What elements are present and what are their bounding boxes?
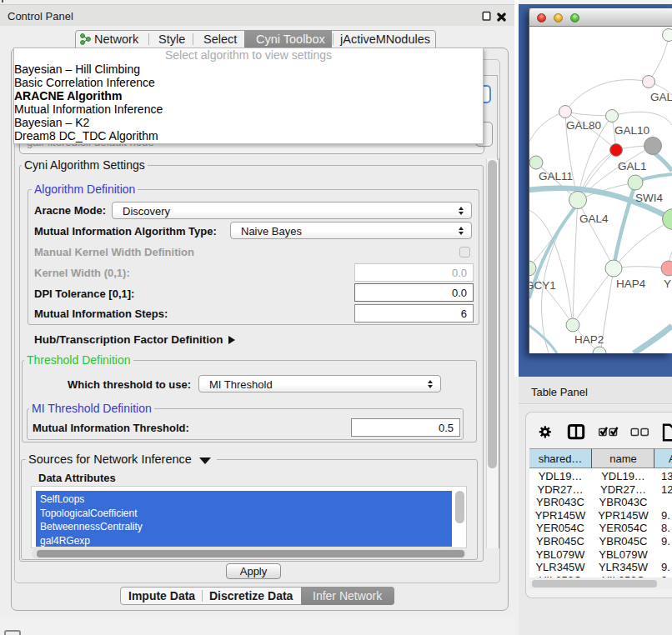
svg-text:GAL1: GAL1 (618, 160, 647, 172)
svg-text:Y: Y (664, 278, 671, 290)
svg-text:SWI4: SWI4 (635, 192, 663, 204)
svg-text:GAL4: GAL4 (579, 212, 609, 225)
svg-text:GAL: GAL (650, 91, 672, 103)
svg-text:HAP4: HAP4 (616, 278, 646, 290)
svg-text:GCY1: GCY1 (529, 279, 556, 292)
svg-text:GAL10: GAL10 (614, 124, 649, 137)
svg-text:HAP2: HAP2 (574, 333, 604, 346)
svg-text:GAL80: GAL80 (566, 119, 601, 132)
svg-text:GAL11: GAL11 (539, 170, 573, 182)
